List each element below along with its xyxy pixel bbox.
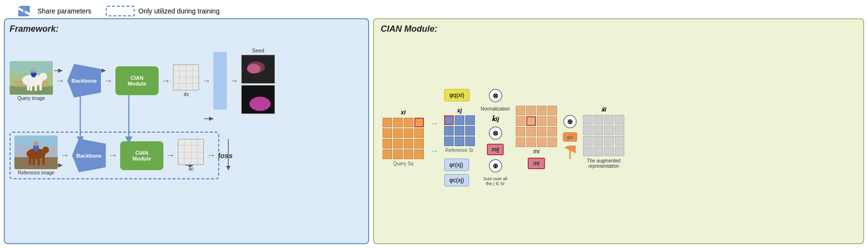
cian-module-panel: CIAN Module: xi Query Sq → → <box>373 18 864 244</box>
svg-rect-26 <box>39 83 42 90</box>
cian-otimes-bottom: ⊗ <box>489 126 502 140</box>
fw-top-row: Query image → Backbone → CIANModule → <box>10 48 363 114</box>
query-image-label: Query image <box>17 96 45 101</box>
cian-otimes-top: ⊗ <box>489 89 502 102</box>
gc13 <box>174 84 179 89</box>
fw-arrow-4: → <box>202 76 211 86</box>
svg-point-44 <box>42 147 49 153</box>
fw-seed-svg <box>242 55 275 84</box>
svg-rect-42 <box>29 156 31 165</box>
share-params-item: Share parameters <box>14 6 91 16</box>
only-training-item: Only utilized during training <box>106 6 220 16</box>
cian-phi-o-box: φo <box>563 132 577 142</box>
fw-backbone-top-block: Backbone <box>67 64 101 98</box>
fw-grid-bottom-container: x̂c <box>178 139 204 172</box>
svg-rect-41 <box>37 158 40 165</box>
fw-arrow-9: → <box>207 150 215 161</box>
svg-point-46 <box>34 141 38 146</box>
cian-mi2-label: mi <box>533 160 540 167</box>
fw-merge-seed: → Seed <box>213 48 275 114</box>
gc8 <box>193 71 198 77</box>
gc4 <box>193 65 198 71</box>
gc2 <box>180 65 186 71</box>
fw-arrow-6: → <box>61 150 69 161</box>
fw-cian-top: CIANModule <box>115 66 159 95</box>
fw-merge-box <box>213 52 227 110</box>
cian-xhati-label: x̂i <box>601 106 607 113</box>
cian-arrow-col1: → → <box>430 119 438 156</box>
cian-xhati-section: x̂i The augmented representation <box>583 106 624 169</box>
gc1 <box>174 65 179 71</box>
dashed-box-icon <box>106 6 135 16</box>
cian-phi-r-label: φr(xj) <box>449 161 463 168</box>
cian-ops-col: ⊗ Normalization k̄ij ⊗ mij ⊕ Sum over al… <box>481 89 510 186</box>
cian-kbar-label: k̄ij <box>492 115 499 123</box>
cian-xi-grid <box>383 118 424 159</box>
cian-phi-c-label: φc(xj) <box>449 177 464 184</box>
gc5 <box>174 71 179 77</box>
cian-up-arrow-icon <box>563 146 577 160</box>
cian-mi-top-label: mi <box>533 148 540 155</box>
svg-rect-24 <box>35 84 37 91</box>
ref-image <box>14 136 58 169</box>
query-image <box>10 61 53 95</box>
cian-ref-sr-label: Reference Sr <box>446 148 474 153</box>
only-training-label: Only utilized during training <box>138 7 220 15</box>
svg-rect-25 <box>27 83 29 90</box>
cian-mi-section: mi mi <box>516 106 557 169</box>
cian-mij-box: mij <box>487 144 504 155</box>
cian-phi-o-label: φo <box>563 132 577 142</box>
fw-backbone-bottom: Backbone <box>72 139 106 173</box>
main-content: Framework: <box>4 18 864 244</box>
ref-horse-svg <box>14 136 58 169</box>
svg-rect-43 <box>42 156 45 165</box>
gc12 <box>193 77 198 83</box>
share-params-label: Share parameters <box>37 7 91 15</box>
fw-arrow-7: → <box>109 150 117 161</box>
fw-arrow-1: → <box>56 76 64 86</box>
svg-rect-30 <box>10 61 53 73</box>
cian-phi-r-box: φr(xj) <box>444 159 469 171</box>
cian-oplus-bottom: ⊕ <box>489 159 502 173</box>
gc15 <box>186 84 192 89</box>
gc6 <box>180 71 186 77</box>
legend: Share parameters Only utilized during tr… <box>5 2 229 20</box>
cian-sum-label: Sum over all the j ∈ Sr <box>481 176 510 186</box>
cian-xj-label: xj <box>457 107 462 114</box>
fw-cian-top-label: CIANModule <box>128 75 147 87</box>
fw-seed-area: Seed <box>241 48 275 114</box>
cian-phi-q-label: φq(xi) <box>449 92 464 99</box>
cian-oplus-col: ⊕ φo <box>563 115 577 160</box>
svg-point-27 <box>39 73 47 80</box>
cian-mi-pink-box: mi <box>528 158 546 169</box>
fw-bottom-row: Reference image → Backbone → CIANModule … <box>10 132 219 179</box>
cian-xhati-grid <box>583 115 624 156</box>
gc11 <box>186 77 192 83</box>
fw-seg-svg <box>242 86 275 114</box>
fw-backbone-top: Backbone <box>67 64 101 98</box>
gc14 <box>180 84 186 89</box>
fw-grid-top <box>173 64 199 90</box>
fw-cian-bottom-label: CIANModule <box>133 150 151 161</box>
framework-panel: Framework: <box>4 18 369 244</box>
query-horse-svg <box>10 61 53 95</box>
fw-backbone-bottom-label: Backbone <box>76 153 102 159</box>
ref-image-container: Reference image <box>14 136 58 175</box>
fw-grid-top-container: x̂s <box>173 64 199 98</box>
cian-query-sq-label: Query Sq <box>393 161 413 166</box>
fw-cian-bottom: CIANModule <box>120 141 163 170</box>
fw-arrow-8: → <box>166 150 175 161</box>
gc3 <box>186 65 192 71</box>
cian-arrow-right-bot: → <box>430 146 438 156</box>
svg-rect-40 <box>33 158 35 165</box>
fw-loss-label: loss <box>218 151 233 160</box>
fw-xc-label: x̂c <box>188 166 194 172</box>
svg-point-35 <box>249 97 271 111</box>
framework-title: Framework: <box>10 24 363 34</box>
fw-arrow-2: → <box>104 76 112 86</box>
svg-rect-23 <box>30 84 32 91</box>
cian-mij-label: mij <box>492 146 499 153</box>
fw-seed-label: Seed <box>252 48 264 53</box>
fw-backbone-bottom-block: Backbone <box>72 139 106 173</box>
fw-xs-label: x̂s <box>183 91 189 98</box>
